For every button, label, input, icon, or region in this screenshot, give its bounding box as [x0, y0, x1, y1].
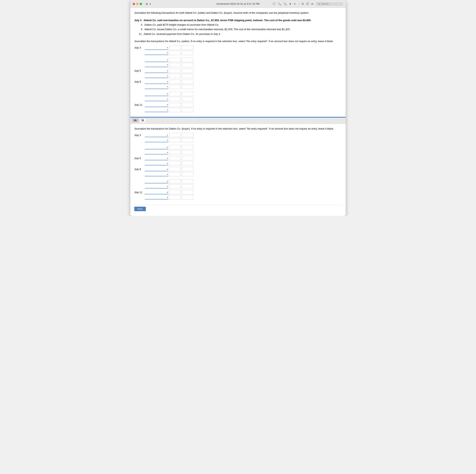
dalton-july9-debit2[interactable]	[169, 172, 181, 176]
dalton-july11-debit2[interactable]	[169, 195, 181, 199]
dalton-july5-debit2[interactable]	[169, 161, 181, 165]
abbott-july3-credit2[interactable]	[182, 51, 193, 55]
edit-icon[interactable]: ✏	[294, 2, 296, 5]
dalton-july3-account1-select[interactable]	[145, 133, 168, 137]
dalton-july3-credit4[interactable]	[182, 150, 193, 154]
abbott-july11-account2-select[interactable]	[145, 108, 168, 112]
dalton-july3-group: July 3	[134, 133, 342, 154]
dalton-july5-row1: July 5	[134, 156, 342, 160]
dalton-july11-credit1[interactable]	[182, 190, 193, 194]
abbott-july11-account1-select[interactable]	[145, 103, 168, 107]
abbott-july11-credit1[interactable]	[182, 103, 193, 107]
copy-icon[interactable]: ⧉	[302, 2, 304, 5]
abbott-july3-debit1[interactable]	[169, 46, 181, 50]
abbott-july3-credit1[interactable]	[182, 46, 193, 50]
abbott-july9-credit3[interactable]	[182, 92, 193, 96]
abbott-july11-debit1[interactable]	[169, 103, 181, 107]
dalton-july9-debit4[interactable]	[169, 184, 181, 188]
dalton-july3-debit1[interactable]	[169, 133, 181, 137]
markup-icon[interactable]: ✉	[311, 2, 314, 5]
abbott-july9-credit2[interactable]	[182, 85, 193, 89]
dalton-july3-account4-select[interactable]	[145, 150, 168, 154]
abbott-july5-debit1[interactable]	[169, 69, 181, 73]
dalton-july5-account2-select[interactable]	[145, 161, 168, 165]
dalton-july9-account1-select[interactable]	[145, 167, 168, 171]
abbott-july9-credit4[interactable]	[182, 97, 193, 101]
abbott-july9-account3-wrapper	[145, 92, 168, 96]
dalton-july3-debit3[interactable]	[169, 145, 181, 149]
abbott-july3-account1-wrapper	[145, 46, 168, 50]
abbott-july3-account4-select[interactable]	[145, 63, 168, 67]
abbott-july9-account3-select[interactable]	[145, 92, 168, 96]
abbott-july3-account1-select[interactable]	[145, 46, 168, 50]
minimize-button[interactable]	[136, 3, 138, 5]
abbott-july9-debit1[interactable]	[169, 80, 181, 84]
chevron-down-icon[interactable]: ▾	[150, 2, 151, 5]
abbott-july5-credit2[interactable]	[182, 74, 193, 78]
chevron-icon[interactable]: ›	[298, 2, 299, 5]
dalton-july5-account1-select[interactable]	[145, 156, 168, 160]
dalton-july9-row4	[145, 184, 342, 188]
share-icon[interactable]: ⬆	[289, 2, 291, 5]
abbott-july3-credit4[interactable]	[182, 63, 193, 67]
abbott-july9-account1-select[interactable]	[145, 80, 168, 84]
search-bar[interactable]: 🔍 Search	[316, 2, 343, 6]
abbott-july9-debit4[interactable]	[169, 97, 181, 101]
tab-14[interactable]: 14.	[132, 118, 139, 122]
dalton-july9-debit1[interactable]	[169, 167, 181, 171]
abbott-july9-debit3[interactable]	[169, 92, 181, 96]
abbott-july3-credit3[interactable]	[182, 58, 193, 62]
dalton-july9-account2-select[interactable]	[145, 172, 168, 176]
sidebar-toggle-icon[interactable]: ⊞	[146, 2, 148, 5]
dalton-july9-credit3[interactable]	[182, 179, 193, 183]
abbott-july9-account2-select[interactable]	[145, 85, 168, 89]
abbott-july9-debit2[interactable]	[169, 85, 181, 89]
dalton-july9-credit1[interactable]	[182, 167, 193, 171]
dalton-july11-account2-wrapper	[145, 195, 168, 199]
dalton-july5-credit2[interactable]	[182, 161, 193, 165]
dalton-july3-credit3[interactable]	[182, 145, 193, 149]
tab-15[interactable]: 15.	[139, 118, 146, 122]
dalton-july9-debit3[interactable]	[169, 179, 181, 183]
abbott-july3-label: July 3	[134, 46, 144, 49]
dalton-july3-debit4[interactable]	[169, 150, 181, 154]
dalton-july9-account4-select[interactable]	[145, 184, 168, 188]
abbott-july9-credit1[interactable]	[182, 80, 193, 84]
main-content: Journalize the following transactions fo…	[130, 8, 346, 117]
info-icon[interactable]: ⓘ	[273, 2, 275, 6]
dalton-july3-credit1[interactable]	[182, 133, 193, 137]
abbott-july11-credit2[interactable]	[182, 108, 193, 112]
dalton-july3-credit2[interactable]	[182, 138, 193, 142]
abbott-july3-debit2[interactable]	[169, 51, 181, 55]
dalton-july3-account2-select[interactable]	[145, 138, 168, 142]
dalton-july3-debit2[interactable]	[169, 138, 181, 142]
dalton-july11-account2-select[interactable]	[145, 195, 168, 199]
abbott-july5-account1-select[interactable]	[145, 69, 168, 73]
dalton-july9-credit2[interactable]	[182, 172, 193, 176]
dalton-july9-account3-select[interactable]	[145, 179, 168, 183]
dalton-july11-credit2[interactable]	[182, 195, 193, 199]
abbott-july5-credit1[interactable]	[182, 69, 193, 73]
abbott-july3-account3-select[interactable]	[145, 58, 168, 62]
maximize-button[interactable]	[140, 3, 142, 5]
dalton-july3-account3-select[interactable]	[145, 145, 168, 149]
dalton-july9-credit4[interactable]	[182, 184, 193, 188]
dalton-july5-debit1[interactable]	[169, 156, 181, 160]
abbott-july11-debit2[interactable]	[169, 108, 181, 112]
zoom-out-icon[interactable]: 🔍	[278, 2, 281, 5]
dalton-july11-row1: July 11	[134, 190, 342, 194]
dalton-july11-account1-select[interactable]	[145, 190, 168, 194]
close-button[interactable]	[133, 3, 135, 5]
accessibility-icon[interactable]: Ⓐ	[306, 2, 309, 6]
abbott-july3-debit3[interactable]	[169, 58, 181, 62]
abbott-july3-debit4[interactable]	[169, 63, 181, 67]
prev-button[interactable]: Prev	[134, 207, 146, 211]
abbott-july9-account4-select[interactable]	[145, 97, 168, 101]
abbott-july5-account2-select[interactable]	[145, 74, 168, 78]
abbott-journal-section: July 3	[134, 46, 342, 112]
abbott-july3-account2-select[interactable]	[145, 51, 168, 55]
dalton-july5-credit1[interactable]	[182, 156, 193, 160]
abbott-july5-debit2[interactable]	[169, 74, 181, 78]
zoom-in-icon[interactable]: 🔍	[283, 2, 287, 5]
dalton-july11-debit1[interactable]	[169, 190, 181, 194]
